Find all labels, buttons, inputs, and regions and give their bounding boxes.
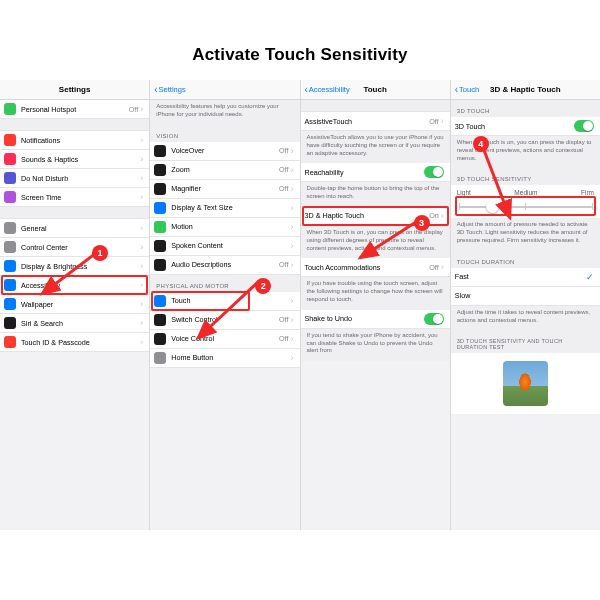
settings-row-accessibility[interactable]: Accessibility › (0, 276, 149, 295)
label: Home Button (171, 353, 290, 362)
motor-list: Touch › Switch Control Off › Voice Contr… (150, 292, 299, 368)
check-icon: ✓ (586, 272, 594, 282)
settings-row-sounds-haptics[interactable]: Sounds & Haptics › (0, 150, 149, 169)
value: Off (279, 146, 288, 155)
row-3d-touch[interactable]: 3D Touch (451, 117, 600, 136)
panel-accessibility: ‹Settings Accessibility features help yo… (150, 80, 300, 530)
vision-row[interactable]: Spoken Content › (150, 237, 299, 256)
row-icon (154, 202, 166, 214)
label: Touch (171, 296, 290, 305)
value: Off (279, 165, 288, 174)
chevron-right-icon: › (291, 241, 294, 251)
row-icon (154, 259, 166, 271)
back-button[interactable]: ‹Accessibility (301, 85, 354, 95)
settings-row-control-center[interactable]: Control Center › (0, 238, 149, 257)
settings-row-screen-time[interactable]: Screen Time › (0, 188, 149, 207)
label: Voice Control (171, 334, 279, 343)
back-label: Settings (159, 85, 186, 94)
chevron-right-icon: › (140, 299, 143, 309)
label: Siri & Search (21, 319, 140, 328)
preview-image[interactable] (503, 361, 548, 406)
chevron-right-icon: › (291, 165, 294, 175)
settings-row-display-brightness[interactable]: Display & Brightness › (0, 257, 149, 276)
chevron-right-icon: › (441, 211, 444, 221)
row-shake-to-undo[interactable]: Shake to Undo (301, 310, 450, 329)
label: General (21, 224, 140, 233)
settings-row-siri-search[interactable]: Siri & Search › (0, 314, 149, 333)
motor-row[interactable]: Home Button › (150, 349, 299, 368)
label: Screen Time (21, 193, 140, 202)
row-icon (154, 164, 166, 176)
label: Slow (455, 291, 594, 300)
settings-row-wallpaper[interactable]: Wallpaper › (0, 295, 149, 314)
row-3d-haptic-touch[interactable]: 3D & Haptic Touch On › (301, 207, 450, 226)
chevron-right-icon: › (140, 173, 143, 183)
settings-row-personal-hotspot[interactable]: Personal Hotspot Off › (0, 100, 149, 119)
section-3dtouch: 3D TOUCH (451, 100, 600, 117)
back-label: Accessibility (309, 85, 350, 94)
chevron-right-icon: › (140, 104, 143, 114)
chevron-right-icon: › (140, 135, 143, 145)
label: Spoken Content (171, 241, 290, 250)
back-label: Touch (459, 85, 479, 94)
header: ‹Touch 3D & Haptic Touch (451, 80, 600, 100)
settings-row-touch-id-passcode[interactable]: Touch ID & Passcode › (0, 333, 149, 352)
label: Control Center (21, 243, 140, 252)
value: Off (129, 105, 138, 114)
row-icon (4, 153, 16, 165)
motor-row[interactable]: Switch Control Off › (150, 311, 299, 330)
chevron-right-icon: › (140, 154, 143, 164)
row-icon (154, 333, 166, 345)
chevron-right-icon: › (291, 184, 294, 194)
row-assistivetouch[interactable]: AssistiveTouch Off › (301, 112, 450, 131)
row-icon (4, 222, 16, 234)
settings-row-do-not-disturb[interactable]: Do Not Disturb › (0, 169, 149, 188)
back-button[interactable]: ‹Touch (451, 85, 483, 95)
chevron-right-icon: › (140, 192, 143, 202)
vision-row[interactable]: Audio Descriptions Off › (150, 256, 299, 275)
vision-row[interactable]: Zoom Off › (150, 161, 299, 180)
label: Accessibility (21, 281, 140, 290)
vision-row[interactable]: Display & Text Size › (150, 199, 299, 218)
row-icon (4, 103, 16, 115)
chevron-left-icon: ‹ (455, 85, 458, 95)
settings-row-notifications[interactable]: Notifications › (0, 131, 149, 150)
motor-row[interactable]: Touch › (150, 292, 299, 311)
label: Do Not Disturb (21, 174, 140, 183)
vision-list: VoiceOver Off › Zoom Off › Magnifier Off… (150, 142, 299, 275)
toggle-shake[interactable] (424, 313, 444, 325)
settings-list: Personal Hotspot Off › Notifications › S… (0, 100, 149, 352)
chevron-right-icon: › (291, 222, 294, 232)
chevron-right-icon: › (140, 242, 143, 252)
toggle-reachability[interactable] (424, 166, 444, 178)
row-duration-fast[interactable]: Fast ✓ (451, 268, 600, 287)
row-icon (154, 240, 166, 252)
label: Personal Hotspot (21, 105, 129, 114)
chevron-right-icon: › (291, 353, 294, 363)
chevron-left-icon: ‹ (154, 85, 157, 95)
vision-row[interactable]: Motion › (150, 218, 299, 237)
chevron-right-icon: › (441, 262, 444, 272)
sensitivity-slider[interactable] (459, 198, 592, 214)
chevron-right-icon: › (140, 223, 143, 233)
label: Notifications (21, 136, 140, 145)
haptic-desc: When 3D Touch is on, you can press on th… (301, 226, 450, 258)
toggle-3d-touch[interactable] (574, 120, 594, 132)
motor-row[interactable]: Voice Control Off › (150, 330, 299, 349)
label: Sounds & Haptics (21, 155, 140, 164)
vision-row[interactable]: VoiceOver Off › (150, 142, 299, 161)
settings-row-general[interactable]: General › (0, 219, 149, 238)
header: ‹Settings (150, 80, 299, 100)
slider-thumb[interactable] (486, 200, 499, 213)
seg-medium: Medium (514, 189, 537, 196)
chevron-right-icon: › (291, 296, 294, 306)
panels: Settings Personal Hotspot Off › Notifica… (0, 80, 600, 530)
row-reachability[interactable]: Reachability (301, 163, 450, 182)
row-touch-accommodations[interactable]: Touch Accommodations Off › (301, 258, 450, 277)
vision-row[interactable]: Magnifier Off › (150, 180, 299, 199)
intro-text: Accessibility features help you customiz… (150, 100, 299, 125)
row-duration-slow[interactable]: Slow (451, 287, 600, 306)
back-button[interactable]: ‹Settings (150, 85, 189, 95)
header: Settings (0, 80, 149, 100)
row-icon (4, 336, 16, 348)
